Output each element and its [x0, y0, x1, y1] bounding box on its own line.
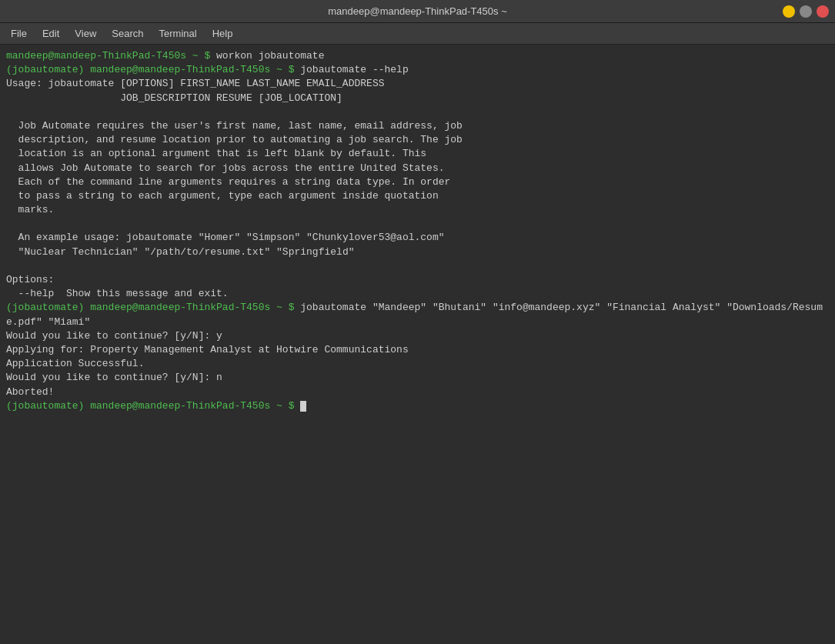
maximize-button[interactable]: □ [800, 5, 812, 18]
minimize-button[interactable]: − [783, 5, 795, 18]
close-button[interactable]: ✕ [817, 5, 829, 18]
window-controls: − □ ✕ [783, 5, 829, 18]
terminal-body[interactable]: mandeep@mandeep-ThinkPad-T450s ~ $ worko… [0, 45, 835, 644]
menu-view[interactable]: View [67, 25, 104, 42]
menu-terminal[interactable]: Terminal [152, 25, 205, 42]
menu-edit[interactable]: Edit [35, 25, 67, 42]
terminal-output: mandeep@mandeep-ThinkPad-T450s ~ $ worko… [6, 49, 829, 413]
menu-file[interactable]: File [3, 25, 35, 42]
terminal-window: mandeep@mandeep-ThinkPad-T450s ~ − □ ✕ F… [0, 0, 835, 644]
menu-bar: File Edit View Search Terminal Help [0, 23, 835, 45]
menu-search[interactable]: Search [104, 25, 151, 42]
title-bar: mandeep@mandeep-ThinkPad-T450s ~ − □ ✕ [0, 0, 835, 23]
menu-help[interactable]: Help [205, 25, 241, 42]
window-title: mandeep@mandeep-ThinkPad-T450s ~ [328, 5, 507, 17]
